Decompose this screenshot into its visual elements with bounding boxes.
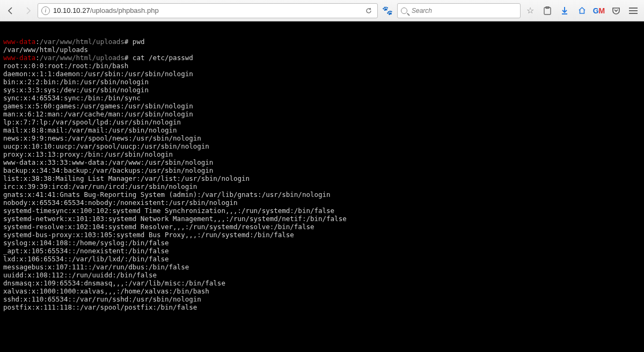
forward-button[interactable] (20, 3, 35, 18)
back-button[interactable] (3, 3, 18, 18)
hamburger-icon (629, 8, 638, 14)
gm-extension-icon[interactable]: GM (591, 3, 606, 18)
url-host: 10.10.10.27 (53, 6, 90, 14)
pocket-icon[interactable] (609, 3, 624, 18)
menu-button[interactable] (626, 3, 641, 18)
site-info-icon[interactable]: i (41, 6, 50, 15)
search-icon (401, 8, 407, 14)
browser-toolbar: i 10.10.10.27/uploads/phpbash.php 🐾 ☆ GM (0, 0, 644, 21)
bookmarks-list-icon[interactable] (540, 3, 555, 18)
search-input[interactable] (411, 6, 517, 15)
terminal-output[interactable]: www-data:/var/www/html/uploads# pwd /var… (0, 21, 644, 352)
url-text: 10.10.10.27/uploads/phpbash.php (53, 6, 360, 14)
downloads-icon[interactable] (557, 3, 572, 18)
extension-icon[interactable]: 🐾 (380, 3, 395, 18)
url-bar[interactable]: i 10.10.10.27/uploads/phpbash.php (38, 3, 378, 18)
bookmark-star-icon[interactable]: ☆ (523, 3, 538, 18)
home-icon[interactable] (574, 3, 589, 18)
search-bar[interactable] (397, 3, 521, 18)
url-path: /uploads/phpbash.php (90, 6, 159, 14)
reload-button[interactable] (363, 7, 374, 14)
